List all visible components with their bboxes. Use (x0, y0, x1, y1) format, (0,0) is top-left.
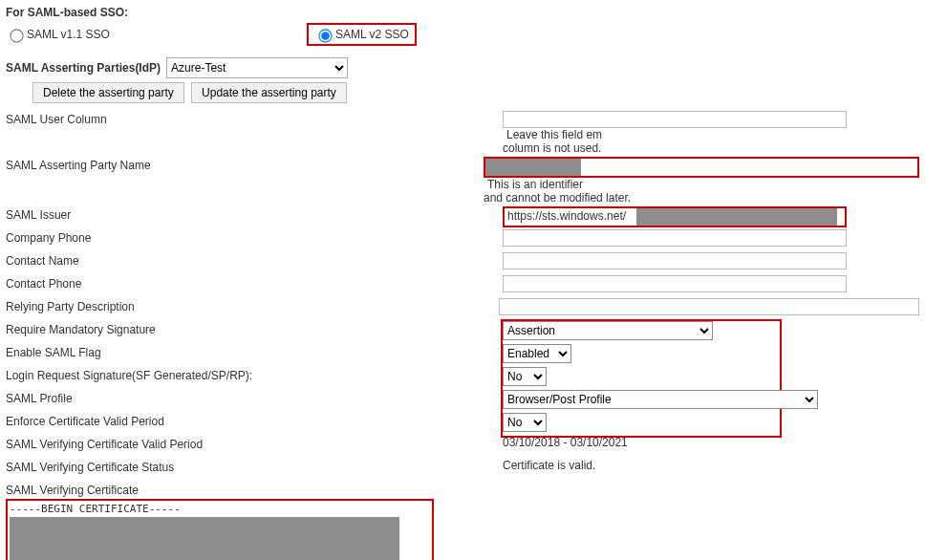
label-profile: SAML Profile (6, 390, 503, 405)
label-party-name: SAML Asserting Party Name (6, 157, 484, 172)
row-user-column: SAML User Column Leave this field em col… (6, 111, 919, 155)
value-cert-status: Certificate is valid. (503, 459, 595, 472)
label-contact-name: Contact Name (6, 252, 503, 268)
select-saml-flag[interactable]: Enabled (503, 344, 571, 363)
redacted-party-name (485, 159, 581, 176)
label-enforce-valid: Enforce Certificate Valid Period (6, 413, 503, 428)
row-contact-phone: Contact Phone (6, 275, 919, 296)
label-relying-desc: Relying Party Description (6, 298, 499, 313)
certificate-box: -----BEGIN CERTIFICATE----- -----END CER… (6, 499, 434, 560)
row-relying-desc: Relying Party Description (6, 298, 919, 319)
row-login-sig: Login Request Signature(SF Generated/SP/… (6, 367, 919, 388)
input-user-column[interactable] (503, 111, 847, 128)
select-req-sig[interactable]: Assertion (503, 321, 713, 340)
input-issuer-value: https://sts.windows.net/ (507, 209, 626, 223)
label-company-phone: Company Phone (6, 229, 503, 245)
cert-redacted-block (10, 517, 399, 560)
saml-v11-radio-input[interactable] (10, 29, 23, 42)
input-contact-name[interactable] (503, 252, 847, 269)
value-cert-period: 03/10/2018 - 03/10/2021 (503, 436, 628, 449)
sso-version-radio-row: SAML v1.1 SSO SAML v2 SSO (6, 23, 919, 46)
row-cert-period: SAML Verifying Certificate Valid Period … (6, 436, 919, 457)
label-saml-flag: Enable SAML Flag (6, 344, 503, 359)
idp-label: SAML Asserting Parties(IdP) (6, 61, 161, 75)
label-req-sig: Require Mandatory Signature (6, 321, 503, 336)
helper-party-name-2: and cannot be modified later. (484, 191, 919, 205)
input-contact-phone[interactable] (503, 275, 847, 292)
row-profile: SAML Profile Browser/Post Profile (6, 390, 919, 411)
helper-party-name-1: This is an identifier (487, 178, 583, 191)
label-cert: SAML Verifying Certificate (6, 482, 503, 497)
idp-buttons: Delete the asserting party Update the as… (32, 82, 919, 103)
update-asserting-party-button[interactable]: Update the asserting party (191, 82, 347, 103)
saml-v2-radio[interactable]: SAML v2 SSO (314, 27, 409, 42)
idp-select[interactable]: Azure-Test (166, 57, 348, 78)
label-user-column: SAML User Column (6, 111, 503, 126)
saml-v2-radio-input[interactable] (318, 29, 332, 42)
input-party-name-box[interactable] (484, 157, 919, 178)
label-contact-phone: Contact Phone (6, 275, 503, 291)
saml-config-page: { "header": { "for_label": "For SAML-bas… (0, 0, 925, 560)
saml-v2-radio-label: SAML v2 SSO (335, 28, 409, 41)
helper-user-column-1: Leave this field em (506, 128, 602, 141)
section-title: For SAML-based SSO: (6, 6, 919, 19)
idp-row: SAML Asserting Parties(IdP) Azure-Test (6, 57, 919, 78)
input-relying-desc[interactable] (499, 298, 919, 315)
row-issuer: SAML Issuer https://sts.windows.net/ (6, 206, 919, 227)
label-login-sig: Login Request Signature(SF Generated/SP/… (6, 367, 503, 382)
label-cert-status: SAML Verifying Certificate Status (6, 459, 503, 474)
row-company-phone: Company Phone (6, 229, 919, 250)
row-cert: SAML Verifying Certificate -----BEGIN CE… (6, 482, 919, 560)
saml-v2-highlight-box: SAML v2 SSO (307, 23, 417, 46)
saml-v11-radio-label: SAML v1.1 SSO (27, 28, 110, 41)
cert-begin-line: -----BEGIN CERTIFICATE----- (10, 503, 430, 515)
saml-v11-radio[interactable]: SAML v1.1 SSO (6, 27, 110, 42)
row-req-sig: Require Mandatory Signature Assertion (6, 321, 919, 342)
row-cert-status: SAML Verifying Certificate Status Certif… (6, 459, 919, 480)
label-issuer: SAML Issuer (6, 206, 503, 222)
select-enforce-valid[interactable]: No (503, 413, 547, 432)
delete-asserting-party-button[interactable]: Delete the asserting party (32, 82, 184, 103)
row-enforce-valid: Enforce Certificate Valid Period No (6, 413, 919, 434)
helper-user-column-2: column is not used. (503, 141, 919, 155)
select-login-sig[interactable]: No (503, 367, 547, 386)
input-issuer-box[interactable]: https://sts.windows.net/ (503, 206, 847, 227)
label-cert-period: SAML Verifying Certificate Valid Period (6, 436, 503, 451)
row-contact-name: Contact Name (6, 252, 919, 273)
input-company-phone[interactable] (503, 229, 847, 247)
select-profile[interactable]: Browser/Post Profile (503, 390, 818, 409)
row-party-name: SAML Asserting Party Name This is an ide… (6, 157, 919, 205)
redacted-issuer (636, 208, 837, 226)
row-saml-flag: Enable SAML Flag Enabled (6, 344, 919, 365)
